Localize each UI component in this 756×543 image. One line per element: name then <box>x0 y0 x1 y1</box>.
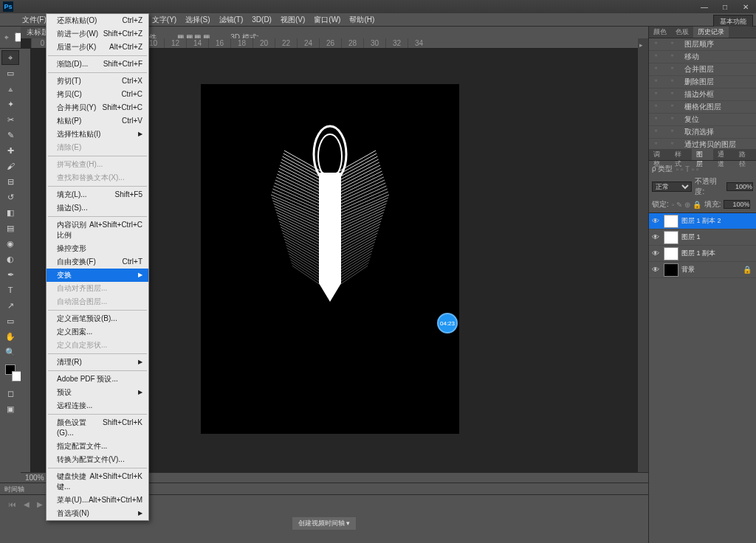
crop-tool[interactable]: ✂ <box>1 112 19 127</box>
menu-item[interactable]: 菜单(U)...Alt+Shift+Ctrl+M <box>47 494 148 507</box>
panel-icon[interactable]: ▸ <box>639 41 647 49</box>
history-tab[interactable]: 色板 <box>671 27 693 38</box>
menu-10[interactable]: 帮助(H) <box>345 13 379 27</box>
hand-tool[interactable]: ✋ <box>1 329 19 344</box>
gradient-tool[interactable]: ▤ <box>1 221 19 235</box>
zoom-level[interactable]: 100% <box>25 474 44 482</box>
minimize-button[interactable]: — <box>697 2 712 11</box>
menu-7[interactable]: 3D(D) <box>247 13 276 27</box>
menu-item[interactable]: 后退一步(K)Alt+Ctrl+Z <box>47 41 148 54</box>
visibility-icon[interactable]: 👁 <box>650 266 661 274</box>
shape-tool[interactable]: ▭ <box>1 314 19 328</box>
menu-item[interactable]: 粘贴(P)Ctrl+V <box>47 114 148 128</box>
layer-tab[interactable]: 样式 <box>670 149 692 160</box>
history-brush-tool[interactable]: ↺ <box>1 190 19 204</box>
history-tab[interactable]: 颜色 <box>649 27 671 38</box>
history-row[interactable]: ▫▫合并图层 <box>649 63 756 76</box>
menu-item[interactable]: 还原粘贴(O)Ctrl+Z <box>47 14 148 27</box>
menu-item[interactable]: 变换▶ <box>47 269 148 282</box>
layer-row[interactable]: 👁图层 1 副本 2 <box>649 213 756 229</box>
layer-row[interactable]: 👁图层 1 副本 <box>649 246 756 262</box>
blend-mode-select[interactable]: 正常 <box>652 181 692 192</box>
menu-4[interactable]: 文字(Y) <box>148 13 181 27</box>
opacity-input[interactable] <box>726 182 753 191</box>
quickmask-toggle[interactable]: ◻ <box>1 386 19 401</box>
history-tab[interactable]: 历史记录 <box>693 27 729 38</box>
close-button[interactable]: ✕ <box>738 2 753 11</box>
menu-item[interactable]: 颜色设置(G)...Shift+Ctrl+K <box>47 416 148 440</box>
visibility-icon[interactable]: 👁 <box>650 217 661 225</box>
menu-item[interactable]: 剪切(T)Ctrl+X <box>47 75 148 88</box>
menu-item[interactable]: 定义图案... <box>47 325 148 339</box>
menu-item[interactable]: 键盘快捷键...Alt+Shift+Ctrl+K <box>47 470 148 494</box>
menu-item[interactable]: 渐隐(D)...Shift+Ctrl+F <box>47 58 148 71</box>
menu-item[interactable]: 自由变换(F)Ctrl+T <box>47 255 148 269</box>
fill-input[interactable] <box>724 200 750 209</box>
menu-item[interactable]: 定义画笔预设(B)... <box>47 312 148 325</box>
menu-item[interactable]: 操控变形 <box>47 242 148 255</box>
path-tool[interactable]: ↗ <box>1 298 19 313</box>
menu-9[interactable]: 窗口(W) <box>309 13 345 27</box>
stamp-tool[interactable]: ⊟ <box>1 174 19 189</box>
canvas[interactable] <box>201 84 459 434</box>
pen-tool[interactable]: ✒ <box>1 267 19 282</box>
history-row[interactable]: ▫▫描边外框 <box>649 89 756 101</box>
history-row[interactable]: ▫▫通过拷贝的图层 <box>649 139 756 149</box>
filter-icons[interactable]: ▫ ▫ T ▫ ▫ <box>676 165 698 173</box>
color-swatches[interactable] <box>5 364 16 375</box>
wand-tool[interactable]: ✦ <box>1 97 19 111</box>
prev-frame-icon[interactable]: ◀ <box>24 500 30 508</box>
layer-tab[interactable]: 调整 <box>649 149 670 160</box>
history-row[interactable]: ▫▫复位 <box>649 114 756 126</box>
menu-item[interactable]: Adobe PDF 预设... <box>47 373 148 386</box>
menu-5[interactable]: 选择(S) <box>181 13 214 27</box>
menu-item[interactable]: 远程连接... <box>47 399 148 412</box>
layer-tab[interactable]: 通道 <box>713 149 735 160</box>
filter-type-label: ρ 类型 <box>652 164 673 174</box>
layer-tab[interactable]: 图层 <box>692 149 713 160</box>
visibility-icon[interactable]: 👁 <box>650 249 661 257</box>
lock-icons[interactable]: ▫ ✎ ⊕ 🔒 <box>672 201 701 209</box>
marquee-tool[interactable]: ▭ <box>1 66 19 80</box>
menu-6[interactable]: 滤镜(T) <box>215 13 248 27</box>
create-timeline-button[interactable]: 创建视频时间轴 ▾ <box>292 517 357 530</box>
eyedropper-tool[interactable]: ✎ <box>1 128 19 142</box>
lasso-tool[interactable]: ⟁ <box>1 81 19 96</box>
screenmode-toggle[interactable]: ▣ <box>1 401 19 416</box>
blur-tool[interactable]: ◉ <box>1 236 19 251</box>
menu-item[interactable]: 指定配置文件... <box>47 440 148 453</box>
eraser-tool[interactable]: ◧ <box>1 205 19 220</box>
first-frame-icon[interactable]: ⏮ <box>9 500 16 508</box>
menu-item[interactable]: 清理(R)▶ <box>47 356 148 369</box>
type-tool[interactable]: T <box>1 283 19 297</box>
layer-row[interactable]: 👁背景🔒 <box>649 262 756 278</box>
menu-item[interactable]: 填充(L)...Shift+F5 <box>47 188 148 201</box>
menu-item[interactable]: 前进一步(W)Shift+Ctrl+Z <box>47 27 148 41</box>
history-row[interactable]: ▫▫栅格化图层 <box>649 101 756 114</box>
lock-label: 锁定: <box>652 199 669 210</box>
zoom-tool[interactable]: 🔍 <box>1 345 19 359</box>
menu-item[interactable]: 描边(S)... <box>47 201 148 215</box>
menu-item[interactable]: 合并拷贝(Y)Shift+Ctrl+C <box>47 101 148 114</box>
history-row[interactable]: ▫▫图层顺序 <box>649 38 756 51</box>
history-row[interactable]: ▫▫删除图层 <box>649 76 756 89</box>
maximize-button[interactable]: □ <box>718 2 732 11</box>
menu-item[interactable]: 拷贝(C)Ctrl+C <box>47 88 148 101</box>
heal-tool[interactable]: ✚ <box>1 143 19 158</box>
history-row[interactable]: ▫▫取消选择 <box>649 126 756 139</box>
brush-tool[interactable]: 🖌 <box>1 159 19 173</box>
menu-item[interactable]: 转换为配置文件(V)... <box>47 453 148 466</box>
menu-item[interactable]: 内容识别比例Alt+Shift+Ctrl+C <box>47 218 148 242</box>
move-tool[interactable]: ⌖ <box>1 50 19 65</box>
dodge-tool[interactable]: ◐ <box>1 252 19 266</box>
visibility-icon[interactable]: 👁 <box>650 233 661 241</box>
menu-item[interactable]: 选择性粘贴(I)▶ <box>47 128 148 141</box>
play-icon[interactable]: ▶ <box>37 500 43 508</box>
layer-tab[interactable]: 路径 <box>735 149 756 160</box>
layer-row[interactable]: 👁图层 1 <box>649 229 756 246</box>
history-row[interactable]: ▫▫移动 <box>649 51 756 63</box>
menu-8[interactable]: 视图(V) <box>276 13 309 27</box>
menu-item: 自动对齐图层... <box>47 282 148 295</box>
menu-item[interactable]: 首选项(N)▶ <box>47 507 148 520</box>
menu-item[interactable]: 预设▶ <box>47 386 148 399</box>
